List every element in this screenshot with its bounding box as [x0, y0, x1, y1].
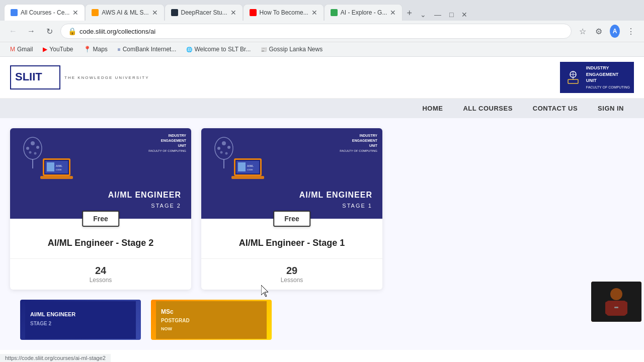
tab-label-3: DeepRacer Stu...	[181, 9, 227, 16]
close-window-button[interactable]: ✕	[457, 9, 471, 21]
status-text: https://code.sliit.org/courses/ai-ml-sta…	[5, 355, 106, 361]
svg-text:AI/ML: AI/ML	[56, 164, 62, 167]
courses-grid: AI/ML CODE INDUSTRYENGAGEMENTUNITFACULTY…	[10, 128, 634, 290]
maps-icon: 📍	[84, 46, 91, 53]
logo-box: SLIIT UNI	[10, 65, 60, 89]
course-card-stage1[interactable]: AI/ML CODE INDUSTRYENGAGEMENTUNITFACULTY…	[201, 128, 382, 290]
nav-sign-in[interactable]: SIGN IN	[588, 99, 634, 118]
tab-favicon-2	[92, 9, 99, 16]
address-bar-row: ← → ↻ 🔒 code.sliit.org/collections/ai ☆ …	[0, 21, 644, 42]
tab-3[interactable]: DeepRacer Stu... ✕	[165, 4, 243, 21]
bookmark-gmail-label: Gmail	[17, 46, 33, 53]
bookmark-slt-label: Welcome to SLT Br...	[194, 46, 251, 53]
lesson-label-stage2: Lessons	[16, 277, 185, 284]
ieu-logo-box: INDUSTRYENGAGEMENTUNITFACULTY OF COMPUTI…	[560, 62, 634, 93]
combank-icon: ≡	[118, 47, 121, 52]
reload-button[interactable]: ↻	[42, 24, 56, 38]
course-title-stage2: AI/ML Engineer - Stage 2	[18, 233, 183, 253]
free-badge-stage1: Free	[273, 211, 310, 227]
tab-1[interactable]: All Courses - Ce... ✕	[4, 4, 85, 21]
svg-text:CODE: CODE	[247, 168, 253, 171]
bookmark-youtube[interactable]: ▶ YouTube	[39, 44, 77, 54]
toolbar-icons: ☆ ⚙ A ⋮	[576, 24, 638, 38]
lesson-count-stage2: 24	[16, 265, 185, 277]
youtube-icon: ▶	[43, 46, 47, 53]
lesson-count-stage1: 29	[207, 265, 376, 277]
more-tabs-button[interactable]: ⌄	[416, 9, 430, 21]
course-meta-stage2: 24 Lessons	[10, 258, 191, 290]
banner-stage-stage1: STAGE 1	[342, 203, 372, 209]
svg-point-25	[217, 147, 220, 150]
bottom-thumbnails: AI/ML ENGINEER STAGE 2 MSc POSTGRAD NOW	[10, 300, 634, 340]
menu-button[interactable]: ⋮	[624, 24, 638, 38]
bookmark-slt[interactable]: 🌐 Welcome to SLT Br...	[182, 44, 255, 54]
tab-bar: All Courses - Ce... ✕ AWS AI & ML S... ✕…	[0, 0, 644, 21]
banner-ieu-text-stage2: INDUSTRYENGAGEMENTUNITFACULTY OF COMPUTI…	[148, 133, 186, 153]
svg-point-10	[31, 141, 35, 145]
tab-favicon-5	[331, 9, 338, 16]
site-header: SLIIT UNI THE KNOWLEDGE UNIVERSITY INDUS…	[0, 57, 644, 99]
bookmark-gmail[interactable]: M Gmail	[6, 44, 37, 54]
tab-label-2: AWS AI & ML S...	[102, 9, 148, 16]
bookmark-combank[interactable]: ≡ ComBank Internet...	[114, 44, 181, 54]
tab-2[interactable]: AWS AI & ML S... ✕	[85, 4, 164, 21]
floating-video[interactable]	[591, 282, 641, 322]
lesson-label-stage1: Lessons	[207, 277, 376, 284]
logo-subtitle: THE KNOWLEDGE UNIVERSITY	[64, 75, 149, 80]
browser-chrome: All Courses - Ce... ✕ AWS AI & ML S... ✕…	[0, 0, 644, 57]
minimize-button[interactable]: —	[430, 9, 445, 21]
bookmark-star-button[interactable]: ☆	[576, 24, 590, 38]
svg-text:AI/ML ENGINEER: AI/ML ENGINEER	[30, 311, 75, 317]
profile-button[interactable]: A	[608, 24, 622, 38]
slt-icon: 🌐	[186, 47, 192, 52]
tab-close-2[interactable]: ✕	[152, 9, 158, 17]
course-title-stage1: AI/ML Engineer - Stage 1	[209, 233, 374, 253]
tab-close-3[interactable]: ✕	[230, 9, 236, 17]
bookmarks-bar: M Gmail ▶ YouTube 📍 Maps ≡ ComBank Inter…	[0, 42, 644, 56]
page-content: SLIIT UNI THE KNOWLEDGE UNIVERSITY INDUS…	[0, 57, 644, 358]
extensions-button[interactable]: ⚙	[592, 24, 606, 38]
svg-rect-32	[231, 176, 264, 179]
tab-close-5[interactable]: ✕	[390, 9, 396, 17]
address-bar[interactable]: 🔒 code.sliit.org/collections/ai	[60, 24, 572, 39]
forward-button[interactable]: →	[24, 24, 38, 38]
tab-5[interactable]: AI - Explore - G... ✕	[324, 4, 403, 21]
svg-text:MSc: MSc	[161, 308, 174, 315]
banner-ieu-text-stage1: INDUSTRYENGAGEMENTUNITFACULTY OF COMPUTI…	[340, 133, 377, 153]
svg-rect-19	[47, 162, 54, 171]
bookmark-maps[interactable]: 📍 Maps	[79, 44, 112, 54]
svg-rect-48	[614, 307, 618, 308]
tab-close-1[interactable]: ✕	[72, 9, 78, 17]
status-bar: https://code.sliit.org/courses/ai-ml-sta…	[0, 354, 111, 362]
tab-4[interactable]: How To Become... ✕	[243, 4, 324, 21]
svg-text:SLIIT: SLIIT	[15, 70, 42, 83]
svg-point-12	[36, 146, 39, 149]
nav-all-courses[interactable]: ALL COURSES	[453, 99, 522, 118]
svg-point-28	[225, 152, 228, 155]
nav-home[interactable]: HOME	[412, 99, 453, 118]
ieu-icon	[564, 68, 582, 86]
svg-text:STAGE 2: STAGE 2	[30, 321, 51, 326]
tab-label-5: AI - Explore - G...	[341, 9, 387, 16]
logo-text-area: THE KNOWLEDGE UNIVERSITY	[64, 75, 149, 80]
svg-rect-36	[25, 301, 136, 339]
tab-favicon-1	[11, 9, 18, 16]
course-card-stage2[interactable]: AI/ML CODE INDUSTRYENGAGEMENTUNITFACULTY…	[10, 128, 191, 290]
free-badge-stage2: Free	[82, 211, 119, 227]
tab-favicon-4	[250, 9, 257, 16]
banner-course-title-stage2: AI/ML ENGINEER	[108, 191, 181, 200]
maximize-button[interactable]: □	[445, 9, 457, 21]
tab-label-4: How To Become...	[260, 9, 308, 16]
course-banner-stage2: AI/ML CODE INDUSTRYENGAGEMENTUNITFACULTY…	[10, 128, 191, 219]
new-tab-button[interactable]: +	[403, 6, 416, 21]
bookmark-gossip[interactable]: 📰 Gossip Lanka News	[257, 44, 327, 54]
svg-text:CODE: CODE	[56, 168, 62, 171]
sliit-logo-svg: SLIIT UNI	[15, 68, 55, 84]
nav-contact-us[interactable]: CONTACT US	[523, 99, 588, 118]
svg-rect-47	[623, 302, 627, 314]
tab-close-4[interactable]: ✕	[311, 9, 317, 17]
back-button[interactable]: ←	[6, 24, 20, 38]
bottom-thumb-ai[interactable]: AI/ML ENGINEER STAGE 2	[20, 300, 141, 340]
address-text: code.sliit.org/collections/ai	[79, 28, 155, 35]
bottom-thumb-msc[interactable]: MSc POSTGRAD NOW	[151, 300, 272, 340]
